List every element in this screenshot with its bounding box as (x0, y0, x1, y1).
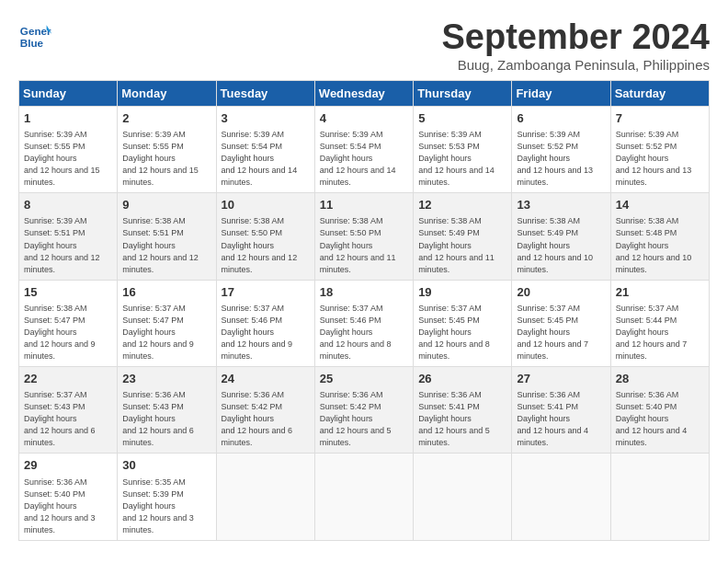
table-cell (610, 454, 709, 540)
table-cell: 10 Sunrise: 5:38 AMSunset: 5:50 PMDaylig… (216, 193, 314, 280)
month-title: September 2024 (442, 18, 711, 57)
table-cell: 21 Sunrise: 5:37 AMSunset: 5:44 PMDaylig… (610, 280, 709, 366)
table-cell: 13 Sunrise: 5:38 AMSunset: 5:49 PMDaylig… (512, 193, 610, 280)
table-cell: 24 Sunrise: 5:36 AMSunset: 5:42 PMDaylig… (216, 367, 314, 454)
calendar-row: 22 Sunrise: 5:37 AMSunset: 5:43 PMDaylig… (19, 367, 710, 454)
table-cell: 12 Sunrise: 5:38 AMSunset: 5:49 PMDaylig… (414, 193, 512, 280)
calendar-row: 29 Sunrise: 5:36 AMSunset: 5:40 PMDaylig… (19, 454, 710, 540)
page-header: General Blue September 2024 Buug, Zamboa… (18, 18, 710, 73)
col-tuesday: Tuesday (216, 80, 314, 106)
table-cell: 30 Sunrise: 5:35 AMSunset: 5:39 PMDaylig… (118, 454, 216, 540)
table-cell (314, 454, 413, 540)
col-thursday: Thursday (414, 80, 512, 106)
calendar-row: 8 Sunrise: 5:39 AMSunset: 5:51 PMDayligh… (19, 193, 710, 280)
col-friday: Friday (512, 80, 610, 106)
table-cell (414, 454, 512, 540)
svg-text:Blue: Blue (20, 37, 44, 49)
table-cell: 20 Sunrise: 5:37 AMSunset: 5:45 PMDaylig… (512, 280, 610, 366)
table-cell: 14 Sunrise: 5:38 AMSunset: 5:48 PMDaylig… (610, 193, 709, 280)
calendar-row: 15 Sunrise: 5:38 AMSunset: 5:47 PMDaylig… (19, 280, 710, 366)
location-subtitle: Buug, Zamboanga Peninsula, Philippines (442, 57, 711, 73)
table-cell: 8 Sunrise: 5:39 AMSunset: 5:51 PMDayligh… (19, 193, 118, 280)
table-cell: 16 Sunrise: 5:37 AMSunset: 5:47 PMDaylig… (118, 280, 216, 366)
calendar-row: 1 Sunrise: 5:39 AMSunset: 5:55 PMDayligh… (19, 106, 710, 192)
table-cell: 19 Sunrise: 5:37 AMSunset: 5:45 PMDaylig… (414, 280, 512, 366)
table-cell (512, 454, 610, 540)
header-row: Sunday Monday Tuesday Wednesday Thursday… (19, 80, 710, 106)
table-cell: 28 Sunrise: 5:36 AMSunset: 5:40 PMDaylig… (610, 367, 709, 454)
table-cell: 1 Sunrise: 5:39 AMSunset: 5:55 PMDayligh… (19, 106, 118, 192)
table-cell: 5 Sunrise: 5:39 AMSunset: 5:53 PMDayligh… (414, 106, 512, 192)
col-wednesday: Wednesday (314, 80, 413, 106)
table-cell (216, 454, 314, 540)
table-cell: 25 Sunrise: 5:36 AMSunset: 5:42 PMDaylig… (314, 367, 413, 454)
table-cell: 18 Sunrise: 5:37 AMSunset: 5:46 PMDaylig… (314, 280, 413, 366)
table-cell: 3 Sunrise: 5:39 AMSunset: 5:54 PMDayligh… (216, 106, 314, 192)
col-saturday: Saturday (610, 80, 709, 106)
table-cell: 22 Sunrise: 5:37 AMSunset: 5:43 PMDaylig… (19, 367, 118, 454)
table-cell: 4 Sunrise: 5:39 AMSunset: 5:54 PMDayligh… (314, 106, 413, 192)
logo-icon: General Blue (18, 18, 51, 52)
col-monday: Monday (118, 80, 216, 106)
table-cell: 23 Sunrise: 5:36 AMSunset: 5:43 PMDaylig… (118, 367, 216, 454)
table-cell: 6 Sunrise: 5:39 AMSunset: 5:52 PMDayligh… (512, 106, 610, 192)
logo: General Blue (18, 18, 51, 52)
table-cell: 27 Sunrise: 5:36 AMSunset: 5:41 PMDaylig… (512, 367, 610, 454)
table-cell: 26 Sunrise: 5:36 AMSunset: 5:41 PMDaylig… (414, 367, 512, 454)
table-cell: 7 Sunrise: 5:39 AMSunset: 5:52 PMDayligh… (610, 106, 709, 192)
calendar-table: Sunday Monday Tuesday Wednesday Thursday… (18, 80, 710, 541)
table-cell: 11 Sunrise: 5:38 AMSunset: 5:50 PMDaylig… (314, 193, 413, 280)
table-cell: 2 Sunrise: 5:39 AMSunset: 5:55 PMDayligh… (118, 106, 216, 192)
table-cell: 9 Sunrise: 5:38 AMSunset: 5:51 PMDayligh… (118, 193, 216, 280)
col-sunday: Sunday (19, 80, 118, 106)
title-block: September 2024 Buug, Zamboanga Peninsula… (442, 18, 711, 73)
table-cell: 15 Sunrise: 5:38 AMSunset: 5:47 PMDaylig… (19, 280, 118, 366)
table-cell: 29 Sunrise: 5:36 AMSunset: 5:40 PMDaylig… (19, 454, 118, 540)
table-cell: 17 Sunrise: 5:37 AMSunset: 5:46 PMDaylig… (216, 280, 314, 366)
